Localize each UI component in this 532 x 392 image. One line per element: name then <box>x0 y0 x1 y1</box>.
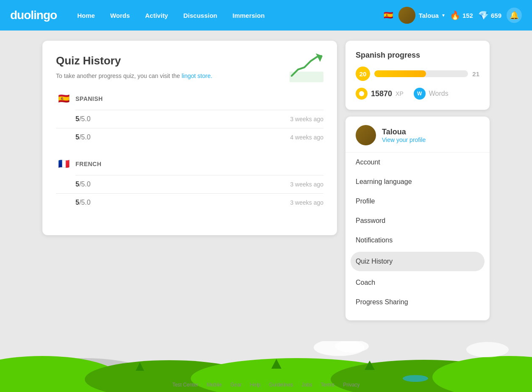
nav-immersion[interactable]: Immersion <box>226 8 272 22</box>
view-profile-link[interactable]: View your profile <box>382 136 426 143</box>
user-menu-trigger[interactable]: 🇪🇸 Taloua ▾ <box>382 7 445 24</box>
menu-item-quiz-history[interactable]: Quiz History <box>351 252 485 271</box>
profile-name: Taloua <box>382 128 426 136</box>
svg-point-6 <box>398 369 532 392</box>
logo[interactable]: duolingo <box>10 8 57 22</box>
card-subtitle: To take another progress quiz, you can v… <box>56 72 323 79</box>
words-badge: W <box>414 88 426 100</box>
score-value: 5/5.0 <box>75 199 290 206</box>
score-value: 5/5.0 <box>75 133 290 141</box>
chevron-down-icon: ▾ <box>442 12 445 18</box>
chart-icon <box>290 53 323 82</box>
profile-info: Taloua View your profile <box>382 128 426 143</box>
score-date: 3 weeks ago <box>290 199 323 206</box>
footer-link-terms[interactable]: Terms <box>321 382 335 388</box>
gems-stat: 💎 659 <box>478 10 501 20</box>
svg-point-16 <box>403 375 428 382</box>
svg-point-17 <box>314 341 365 356</box>
spanish-label: SPANISH <box>75 95 103 102</box>
stats-row: 15870 XP W Words <box>356 88 479 100</box>
navbar: duolingo Home Words Activity Discussion … <box>0 0 532 31</box>
footer-link-guidelines[interactable]: Guidelines <box>269 382 293 388</box>
lang-section-spanish: 🇪🇸 SPANISH 5/5.0 3 weeks ago 5/5.0 4 wee… <box>56 91 323 146</box>
profile-card: Taloua View your profile Account Learnin… <box>345 117 490 320</box>
progress-card: Spanish progress 20 21 15870 XP W <box>345 41 490 110</box>
lang-header-french: 🇫🇷 FRENCH <box>56 156 323 172</box>
menu-item-progress-sharing[interactable]: Progress Sharing <box>345 292 490 312</box>
menu-item-profile[interactable]: Profile <box>345 192 490 211</box>
svg-point-2 <box>359 91 364 96</box>
nav-home[interactable]: Home <box>70 8 102 22</box>
profile-header: Taloua View your profile <box>345 125 490 152</box>
notifications-bell[interactable]: 🔔 <box>507 8 522 23</box>
score-date: 4 weeks ago <box>290 134 323 141</box>
score-date: 3 weeks ago <box>290 181 323 188</box>
footer: Test Center Mobile Gear Help Guidelines … <box>0 382 532 388</box>
footer-link-jobs[interactable]: Jobs <box>301 382 312 388</box>
spanish-flag: 🇪🇸 <box>56 91 71 106</box>
lang-section-french: 🇫🇷 FRENCH 5/5.0 3 weeks ago 5/5.0 3 week… <box>56 156 323 211</box>
svg-point-4 <box>114 367 267 392</box>
table-row: 5/5.0 4 weeks ago <box>56 128 323 146</box>
footer-link-gear[interactable]: Gear <box>230 382 242 388</box>
lang-header-spanish: 🇪🇸 SPANISH <box>56 91 323 106</box>
card-title: Quiz History <box>56 54 323 67</box>
logo-text: duolingo <box>10 8 57 22</box>
lingot-store-link[interactable]: lingot store. <box>182 72 212 79</box>
progress-bar-wrap: 20 21 <box>356 67 479 81</box>
menu-item-learning-language[interactable]: Learning language <box>345 172 490 192</box>
nav-discussion[interactable]: Discussion <box>176 8 224 22</box>
gems-count: 659 <box>491 12 501 19</box>
right-panel: Spanish progress 20 21 15870 XP W <box>345 41 490 320</box>
svg-marker-15 <box>365 361 375 370</box>
words-stat: W Words <box>414 88 448 100</box>
progress-bar-bg <box>374 70 468 77</box>
table-row: 5/5.0 3 weeks ago <box>56 175 323 194</box>
score-value: 5/5.0 <box>75 181 290 188</box>
streak-stat: 🔥 152 <box>450 10 473 20</box>
words-label: Words <box>429 90 448 97</box>
svg-point-19 <box>466 342 509 357</box>
nav-words[interactable]: Words <box>103 8 136 22</box>
french-label: FRENCH <box>75 161 101 167</box>
xp-label: XP <box>396 90 404 97</box>
nav-links: Home Words Activity Discussion Immersion <box>70 8 382 22</box>
xp-number: 15870 <box>371 89 392 98</box>
footer-link-testcenter[interactable]: Test Center <box>172 382 198 388</box>
user-name: Taloua <box>419 12 439 19</box>
progress-bar-fill <box>374 70 426 77</box>
table-row: 5/5.0 3 weeks ago <box>56 194 323 211</box>
fire-icon: 🔥 <box>450 10 460 20</box>
left-panel: Quiz History To take another progress qu… <box>42 41 337 320</box>
level-current-badge: 20 <box>356 67 370 81</box>
streak-count: 152 <box>462 12 473 19</box>
profile-avatar <box>356 125 376 145</box>
svg-point-18 <box>335 341 369 353</box>
score-date: 3 weeks ago <box>290 116 323 122</box>
footer-link-help[interactable]: Help <box>250 382 261 388</box>
gem-icon: 💎 <box>478 10 489 20</box>
level-next-badge: 21 <box>472 70 479 78</box>
french-flag: 🇫🇷 <box>56 156 71 172</box>
menu-item-coach[interactable]: Coach <box>345 273 490 292</box>
footer-link-privacy[interactable]: Privacy <box>343 382 359 388</box>
footer-link-mobile[interactable]: Mobile <box>207 382 222 388</box>
language-flag: 🇪🇸 <box>382 8 395 22</box>
svg-marker-14 <box>271 359 281 369</box>
quiz-history-card: Quiz History To take another progress qu… <box>42 41 337 235</box>
svg-marker-13 <box>136 362 144 371</box>
menu-item-password[interactable]: Password <box>345 211 490 231</box>
table-row: 5/5.0 3 weeks ago <box>56 110 323 128</box>
menu-item-notifications[interactable]: Notifications <box>345 231 490 250</box>
progress-title: Spanish progress <box>356 51 479 60</box>
score-value: 5/5.0 <box>75 115 290 123</box>
navbar-right: 🇪🇸 Taloua ▾ 🔥 152 💎 659 🔔 <box>382 7 522 24</box>
xp-orb <box>356 88 368 100</box>
avatar <box>398 7 415 24</box>
main-content: Quiz History To take another progress qu… <box>0 31 532 331</box>
xp-stat: 15870 XP <box>356 88 404 100</box>
nav-activity[interactable]: Activity <box>138 8 175 22</box>
menu-item-account[interactable]: Account <box>345 153 490 172</box>
